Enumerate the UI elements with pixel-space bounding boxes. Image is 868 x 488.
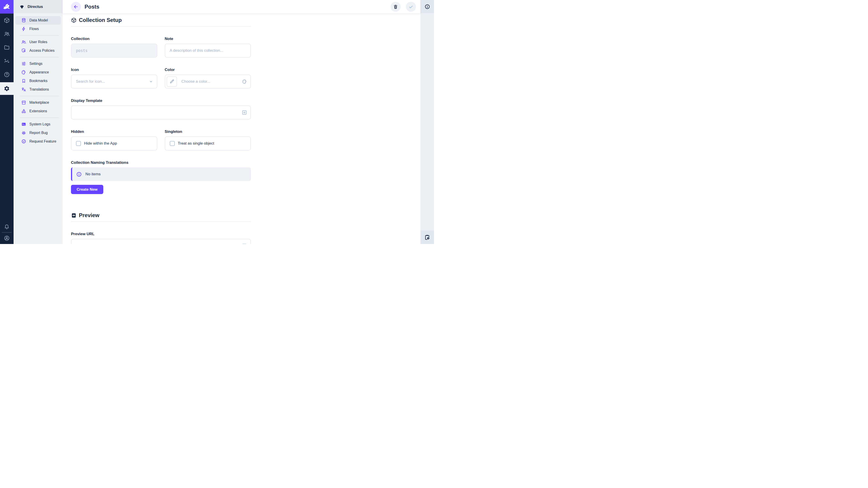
sidebar-item-label: Request Feature <box>29 139 56 143</box>
storefront-icon <box>21 100 26 105</box>
sidebar-item-access-policies[interactable]: Access Policies <box>16 46 61 55</box>
terminal-icon <box>21 122 26 127</box>
module-help[interactable] <box>0 68 13 81</box>
sidebar-item-marketplace[interactable]: Marketplace <box>16 98 61 107</box>
sidebar-item-label: Settings <box>29 62 42 66</box>
nav-divider <box>20 57 59 57</box>
account-button[interactable] <box>0 234 13 242</box>
preview-heading: Preview <box>71 212 251 219</box>
clipboard-clock-icon <box>424 234 430 240</box>
module-users[interactable] <box>0 27 13 41</box>
rabbit-logo-icon <box>2 2 11 11</box>
bolt-icon <box>21 26 26 31</box>
nav-divider <box>20 118 59 118</box>
project-logo-icon <box>20 4 24 9</box>
sidebar-item-label: Flows <box>29 27 39 31</box>
insights-icon <box>4 58 10 64</box>
module-settings[interactable] <box>0 82 13 95</box>
right-sidebar <box>421 0 434 244</box>
hidden-checkbox-label: Hide within the App <box>84 141 117 146</box>
module-insights[interactable] <box>0 54 13 68</box>
sidebar-item-label: Access Policies <box>29 48 55 53</box>
color-input[interactable] <box>165 74 251 89</box>
sidebar-item-request-feature[interactable]: Request Feature <box>16 137 61 146</box>
preview-url-label: Preview URL <box>71 232 251 236</box>
revisions-sidebar-button[interactable] <box>421 230 434 244</box>
palette-icon[interactable] <box>242 79 247 84</box>
chevron-down-icon[interactable] <box>148 79 154 84</box>
collection-input[interactable] <box>71 43 157 58</box>
preview-url-input[interactable] <box>71 239 251 244</box>
right-sidebar-body <box>421 13 434 230</box>
nav-divider <box>20 96 59 96</box>
page-header: Posts <box>63 0 421 13</box>
sidebar-item-label: Report Bug <box>29 131 48 135</box>
note-input[interactable] <box>165 43 251 58</box>
singleton-checkbox-label: Treat as single object <box>178 141 214 146</box>
sidebar-item-label: Data Model <box>29 18 48 22</box>
sidebar-item-extensions[interactable]: Extensions <box>16 107 61 116</box>
page-title: Posts <box>85 4 99 10</box>
sidebar-item-data-model[interactable]: Data Model <box>16 16 61 25</box>
note-field-label: Note <box>165 37 251 41</box>
info-sidebar-button[interactable] <box>421 0 434 13</box>
folder-icon <box>4 44 10 51</box>
sidebar-item-label: System Logs <box>29 122 50 126</box>
section-title: Preview <box>79 212 99 219</box>
nav-items: Data Model Flows User Roles <box>13 13 63 146</box>
sidebar-item-translations[interactable]: Translations <box>16 85 61 94</box>
sidebar-item-bookmarks[interactable]: Bookmarks <box>16 76 61 85</box>
translate-icon <box>21 87 26 92</box>
singleton-checkbox-field[interactable]: Treat as single object <box>165 136 251 151</box>
delete-button[interactable] <box>391 2 401 12</box>
sidebar-item-settings[interactable]: Settings <box>16 59 61 68</box>
arrow-left-icon <box>73 4 79 9</box>
singleton-checkbox[interactable] <box>170 141 175 146</box>
notifications-button[interactable] <box>0 222 13 231</box>
icon-select-input[interactable] <box>71 74 157 89</box>
info-icon <box>425 4 430 9</box>
sidebar-item-appearance[interactable]: Appearance <box>16 68 61 76</box>
color-swatch-button[interactable] <box>166 76 177 87</box>
directus-logo[interactable] <box>0 0 13 13</box>
sidebar-item-label: Appearance <box>29 70 49 74</box>
sidebar-item-flows[interactable]: Flows <box>16 25 61 33</box>
add-field-icon[interactable] <box>241 243 247 244</box>
shapes-icon <box>21 109 26 113</box>
display-template-label: Display Template <box>71 98 251 103</box>
hidden-checkbox[interactable] <box>76 141 81 146</box>
project-switcher[interactable]: Directus <box>13 0 63 13</box>
module-bar <box>0 0 13 244</box>
sidebar-item-user-roles[interactable]: User Roles <box>16 38 61 46</box>
sidebar-item-system-logs[interactable]: System Logs <box>16 120 61 129</box>
sidebar-item-report-bug[interactable]: Report Bug <box>16 129 61 137</box>
hidden-checkbox-field[interactable]: Hide within the App <box>71 136 157 151</box>
badge-check-icon <box>21 139 26 144</box>
back-button[interactable] <box>71 2 81 12</box>
bug-icon <box>21 130 26 135</box>
add-field-icon[interactable] <box>241 109 247 116</box>
directus-app: Directus Data Model Flows <box>0 0 434 244</box>
eyedropper-icon <box>169 79 174 84</box>
info-circle-icon <box>76 171 82 177</box>
sidebar-item-label: User Roles <box>29 40 47 44</box>
display-template-input[interactable] <box>71 105 251 120</box>
shield-user-icon <box>21 48 26 53</box>
tune-icon <box>21 61 26 66</box>
section-gap <box>71 194 251 212</box>
module-files[interactable] <box>0 41 13 54</box>
collection-setup-heading: Collection Setup <box>71 17 251 23</box>
icon-field-label: Icon <box>71 68 157 72</box>
navigation-sidebar: Directus Data Model Flows <box>13 0 63 244</box>
box-icon <box>71 18 76 23</box>
save-button[interactable] <box>406 2 416 12</box>
singleton-field-label: Singleton <box>165 129 251 134</box>
module-content[interactable] <box>0 13 13 27</box>
people-icon <box>4 31 10 37</box>
hidden-field-label: Hidden <box>71 129 157 134</box>
check-icon <box>408 4 413 9</box>
create-new-button[interactable]: Create New <box>71 185 103 194</box>
sidebar-item-label: Extensions <box>29 109 47 113</box>
section-divider <box>71 221 251 222</box>
module-bar-bottom <box>0 222 13 244</box>
